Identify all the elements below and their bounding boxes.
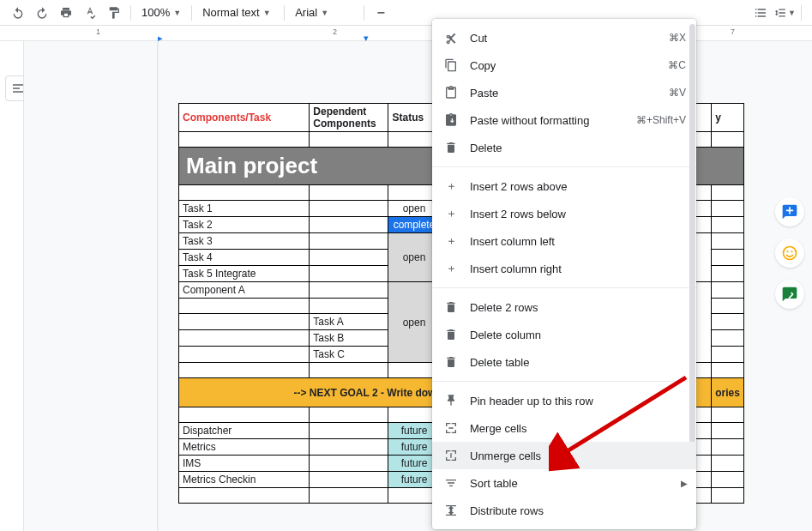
line-spacing-button[interactable]: ▼ (773, 2, 796, 24)
style-dropdown[interactable]: Normal text▼ (197, 2, 279, 24)
ctx-pin-header[interactable]: Pin header up to this row (432, 387, 696, 414)
distribute-icon (442, 502, 460, 519)
trash-icon (442, 299, 460, 316)
svg-point-2 (786, 250, 788, 252)
paste-plain-icon (442, 112, 460, 129)
ctx-insert-rows-above[interactable]: ＋Insert 2 rows above (432, 172, 696, 200)
unmerge-icon (442, 447, 460, 464)
delete-icon (442, 139, 460, 156)
ctx-merge-cells[interactable]: Merge cells (432, 414, 696, 442)
ctx-insert-col-right[interactable]: ＋Insert column right (432, 255, 696, 282)
col-header-components[interactable]: Components/Task (179, 104, 310, 132)
ctx-cut[interactable]: Cut⌘X (432, 24, 696, 51)
context-menu: Cut⌘X Copy⌘C Paste⌘V Paste without forma… (432, 19, 696, 529)
spellcheck-button[interactable] (79, 2, 101, 24)
ctx-delete-rows[interactable]: Delete 2 rows (432, 293, 696, 321)
svg-point-1 (784, 247, 797, 260)
add-comment-button[interactable] (775, 197, 804, 226)
undo-button[interactable] (7, 2, 29, 24)
style-label: Normal text (202, 6, 259, 19)
zoom-label: 100% (141, 6, 170, 19)
plus-icon: ＋ (442, 205, 460, 222)
suggest-edits-button[interactable] (775, 280, 804, 309)
paste-icon (442, 84, 460, 101)
ctx-sort-table[interactable]: Sort table▶ (432, 469, 696, 497)
ctx-delete-column[interactable]: Delete column (432, 321, 696, 348)
ctx-unmerge-cells[interactable]: Unmerge cells (432, 442, 696, 469)
copy-icon (442, 57, 460, 74)
plus-icon: ＋ (442, 260, 460, 277)
ctx-paste-plain[interactable]: Paste without formatting⌘+Shift+V (432, 106, 696, 134)
merge-icon (442, 419, 460, 437)
font-label: Arial (295, 6, 317, 19)
col-header-dependent[interactable]: Dependent Components (310, 104, 388, 132)
vertical-ruler (0, 41, 24, 531)
sort-icon (442, 474, 460, 492)
print-button[interactable] (55, 2, 77, 24)
format-paint-button[interactable] (103, 2, 125, 24)
cut-icon (442, 29, 460, 46)
submenu-arrow-icon: ▶ (681, 479, 688, 488)
side-rail (773, 197, 807, 309)
plus-icon: ＋ (442, 232, 460, 250)
ctx-delete[interactable]: Delete (432, 134, 696, 161)
svg-point-3 (791, 250, 792, 252)
trash-icon (442, 353, 460, 371)
ctx-insert-col-left[interactable]: ＋Insert column left (432, 227, 696, 255)
ruler-num-2: 2 (333, 27, 337, 36)
redo-button[interactable] (31, 2, 53, 24)
font-dropdown[interactable]: Arial▼ (290, 2, 358, 24)
zoom-dropdown[interactable]: 100%▼ (136, 2, 186, 24)
ctx-distribute-rows[interactable]: Distribute rows (432, 497, 696, 524)
trash-icon (442, 326, 460, 343)
ctx-paste[interactable]: Paste⌘V (432, 79, 696, 106)
ctx-insert-rows-below[interactable]: ＋Insert 2 rows below (432, 200, 696, 227)
checklist-button[interactable] (749, 2, 772, 24)
ctx-copy[interactable]: Copy⌘C (432, 51, 696, 79)
ruler-num-7: 7 (731, 27, 735, 36)
ctx-delete-table[interactable]: Delete table (432, 348, 696, 376)
col-header-y[interactable]: y (712, 104, 744, 132)
emoji-button[interactable] (775, 238, 804, 268)
pin-icon (442, 392, 460, 409)
ruler-num-1: 1 (96, 27, 100, 36)
plus-icon: ＋ (442, 178, 460, 195)
fontsize-minus[interactable]: − (370, 2, 392, 24)
